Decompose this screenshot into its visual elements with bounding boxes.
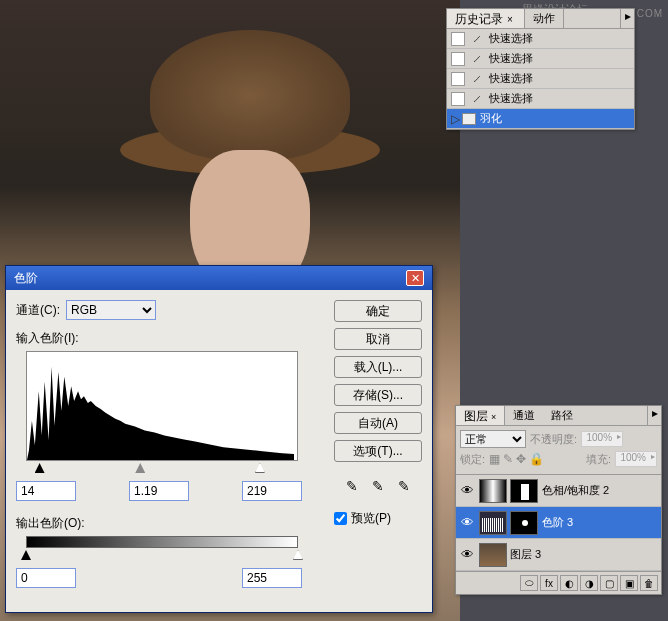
ok-button[interactable]: 确定: [334, 300, 422, 322]
current-state-icon: ▷: [451, 112, 460, 126]
tab-channels[interactable]: 通道: [505, 406, 543, 425]
panel-menu-icon[interactable]: ▸: [647, 406, 661, 425]
history-item[interactable]: ⟋快速选择: [447, 69, 634, 89]
history-panel: 历史记录× 动作 ▸ ⟋快速选择 ⟋快速选择 ⟋快速选择 ⟋快速选择 ▷羽化: [446, 8, 635, 130]
output-black-field[interactable]: [16, 568, 76, 588]
history-item-label: 快速选择: [489, 31, 533, 46]
new-group-icon[interactable]: ▢: [600, 575, 618, 591]
tab-close-icon[interactable]: ×: [491, 412, 496, 422]
layer-thumbnail[interactable]: [479, 511, 507, 535]
link-layers-icon[interactable]: ⬭: [520, 575, 538, 591]
output-slider[interactable]: [26, 550, 298, 562]
input-levels-label: 输入色阶(I):: [16, 330, 322, 347]
lock-label: 锁定:: [460, 452, 485, 467]
layer-thumbnail[interactable]: [479, 479, 507, 503]
layers-footer: ⬭ fx ◐ ◑ ▢ ▣ 🗑: [456, 571, 661, 594]
history-item[interactable]: ▷羽化: [447, 109, 634, 129]
layer-mask-icon[interactable]: ◐: [560, 575, 578, 591]
history-checkbox[interactable]: [451, 32, 465, 46]
eyedropper-black-icon[interactable]: ✎: [342, 476, 362, 496]
layer-item[interactable]: 👁 色相/饱和度 2: [456, 475, 661, 507]
blend-mode-select[interactable]: 正常: [460, 430, 526, 448]
input-white-field[interactable]: [242, 481, 302, 501]
layer-name[interactable]: 图层 3: [510, 547, 659, 562]
history-list: ⟋快速选择 ⟋快速选择 ⟋快速选择 ⟋快速选择 ▷羽化: [447, 29, 634, 129]
history-checkbox[interactable]: [451, 92, 465, 106]
levels-dialog: 色阶 ✕ 通道(C): RGB 输入色阶(I):: [5, 265, 433, 613]
layers-panel: 图层× 通道 路径 ▸ 正常 不透明度: 100% 锁定: ▦ ✎ ✥ 🔒 填充…: [455, 405, 662, 595]
quick-select-icon: ⟋: [469, 52, 485, 66]
layer-name[interactable]: 色相/饱和度 2: [542, 483, 659, 498]
tab-layers[interactable]: 图层×: [456, 406, 505, 425]
tab-history[interactable]: 历史记录×: [447, 9, 525, 28]
layers-list: 👁 色相/饱和度 2 👁 色阶 3 👁 图层 3: [456, 475, 661, 571]
levels-titlebar[interactable]: 色阶 ✕: [6, 266, 432, 290]
history-checkbox[interactable]: [451, 72, 465, 86]
white-point-handle[interactable]: [255, 463, 265, 473]
options-button[interactable]: 选项(T)...: [334, 440, 422, 462]
histogram-chart: [26, 351, 298, 461]
lock-transparency-icon[interactable]: ▦: [489, 452, 500, 466]
cancel-button[interactable]: 取消: [334, 328, 422, 350]
adjustment-layer-icon[interactable]: ◑: [580, 575, 598, 591]
new-layer-icon[interactable]: ▣: [620, 575, 638, 591]
history-item[interactable]: ⟋快速选择: [447, 49, 634, 69]
output-black-handle[interactable]: [21, 550, 31, 560]
tab-layers-label: 图层: [464, 409, 488, 423]
tab-actions[interactable]: 动作: [525, 9, 564, 28]
history-checkbox[interactable]: [451, 52, 465, 66]
feather-icon: [462, 113, 476, 125]
input-gamma-field[interactable]: [129, 481, 189, 501]
layer-item[interactable]: 👁 图层 3: [456, 539, 661, 571]
lock-position-icon[interactable]: ✥: [516, 452, 526, 466]
layer-style-icon[interactable]: fx: [540, 575, 558, 591]
layer-mask-thumbnail[interactable]: [510, 511, 538, 535]
quick-select-icon: ⟋: [469, 72, 485, 86]
eyedropper-white-icon[interactable]: ✎: [394, 476, 414, 496]
history-item-label: 快速选择: [489, 71, 533, 86]
layer-mask-thumbnail[interactable]: [510, 479, 538, 503]
history-item-label: 羽化: [480, 111, 502, 126]
preview-label: 预览(P): [351, 510, 391, 527]
levels-title-text: 色阶: [14, 270, 38, 287]
tab-close-icon[interactable]: ×: [504, 14, 516, 25]
layers-tabs: 图层× 通道 路径 ▸: [456, 406, 661, 426]
history-item-label: 快速选择: [489, 91, 533, 106]
channel-select[interactable]: RGB: [66, 300, 156, 320]
preview-checkbox[interactable]: [334, 512, 347, 525]
gamma-handle[interactable]: [135, 463, 145, 473]
black-point-handle[interactable]: [35, 463, 45, 473]
output-gradient: [26, 536, 298, 548]
output-levels-label: 输出色阶(O):: [16, 515, 322, 532]
layer-name[interactable]: 色阶 3: [542, 515, 659, 530]
history-item[interactable]: ⟋快速选择: [447, 89, 634, 109]
auto-button[interactable]: 自动(A): [334, 412, 422, 434]
opacity-label: 不透明度:: [530, 432, 577, 447]
layer-thumbnail[interactable]: [479, 543, 507, 567]
lock-pixels-icon[interactable]: ✎: [503, 452, 513, 466]
input-black-field[interactable]: [16, 481, 76, 501]
photo-hat: [150, 30, 350, 160]
channel-label: 通道(C):: [16, 302, 60, 319]
visibility-icon[interactable]: 👁: [458, 483, 476, 498]
history-item-label: 快速选择: [489, 51, 533, 66]
history-item[interactable]: ⟋快速选择: [447, 29, 634, 49]
delete-layer-icon[interactable]: 🗑: [640, 575, 658, 591]
eyedropper-gray-icon[interactable]: ✎: [368, 476, 388, 496]
visibility-icon[interactable]: 👁: [458, 547, 476, 562]
fill-label: 填充:: [586, 452, 611, 467]
load-button[interactable]: 载入(L)...: [334, 356, 422, 378]
input-slider[interactable]: [26, 463, 298, 475]
tab-paths[interactable]: 路径: [543, 406, 581, 425]
output-white-handle[interactable]: [293, 550, 303, 560]
panel-menu-icon[interactable]: ▸: [620, 9, 634, 28]
save-button[interactable]: 存储(S)...: [334, 384, 422, 406]
close-button[interactable]: ✕: [406, 270, 424, 286]
quick-select-icon: ⟋: [469, 32, 485, 46]
opacity-value[interactable]: 100%: [581, 431, 623, 447]
fill-value[interactable]: 100%: [615, 451, 657, 467]
visibility-icon[interactable]: 👁: [458, 515, 476, 530]
lock-all-icon[interactable]: 🔒: [529, 452, 544, 466]
layer-item[interactable]: 👁 色阶 3: [456, 507, 661, 539]
output-white-field[interactable]: [242, 568, 302, 588]
